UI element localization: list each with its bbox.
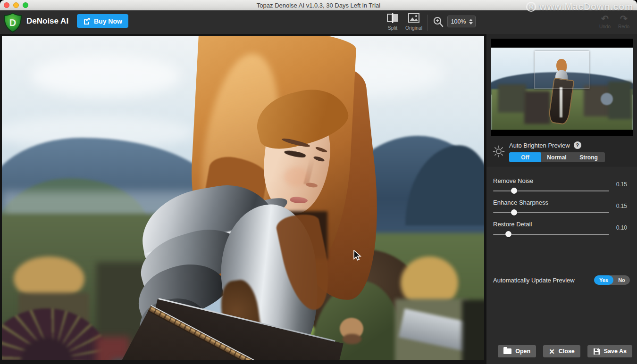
- restore-detail-slider: Restore Detail 0.10: [493, 220, 631, 239]
- restore-detail-label: Restore Detail: [493, 221, 532, 228]
- folder-icon: [503, 348, 511, 354]
- restore-detail-thumb[interactable]: [505, 231, 511, 237]
- restore-detail-value: 0.10: [616, 224, 627, 231]
- enhance-sharpness-label: Enhance Sharpness: [493, 199, 548, 206]
- navigation-thumbnail[interactable]: [491, 39, 633, 136]
- external-link-icon: [83, 17, 90, 25]
- undo-button[interactable]: ↶ Undo: [595, 14, 615, 29]
- thumbnail-image: [491, 48, 633, 130]
- toggle-yes[interactable]: Yes: [594, 275, 613, 285]
- segment-normal[interactable]: Normal: [541, 152, 572, 162]
- enhance-sharpness-track[interactable]: [493, 209, 609, 216]
- auto-update-label: Automatically Update Preview: [493, 277, 575, 284]
- auto-update-row: Automatically Update Preview Yes No: [493, 275, 631, 286]
- enhance-sharpness-slider: Enhance Sharpness 0.15: [493, 198, 631, 217]
- original-label: Original: [405, 25, 422, 31]
- zoom-step-up-icon[interactable]: [469, 19, 473, 21]
- auto-brighten-label: Auto Brighten Preview: [509, 142, 570, 149]
- segment-off[interactable]: Off: [509, 152, 541, 162]
- toolbar: D DeNoise AI Buy Now Split: [0, 10, 637, 34]
- sun-icon: [493, 145, 505, 159]
- save-as-label: Save As: [604, 348, 627, 355]
- redo-button[interactable]: ↷ Redo: [613, 14, 634, 29]
- original-view-button[interactable]: Original: [401, 12, 427, 31]
- undo-label: Undo: [599, 24, 611, 29]
- zoom-level-field[interactable]: 100%: [447, 16, 476, 27]
- open-label: Open: [515, 348, 530, 355]
- zoom-stepper[interactable]: [469, 19, 475, 25]
- photo-preview[interactable]: [2, 36, 484, 360]
- toolbar-separator: [427, 15, 428, 31]
- help-icon[interactable]: ?: [574, 141, 581, 149]
- undo-icon: ↶: [601, 14, 609, 23]
- buy-now-button[interactable]: Buy Now: [77, 14, 128, 28]
- titlebar: Topaz Denoise AI v1.0.3, 30 Days Left in…: [0, 0, 637, 10]
- redo-label: Redo: [618, 24, 629, 29]
- toggle-no[interactable]: No: [613, 275, 630, 285]
- redo-icon: ↷: [620, 14, 628, 23]
- image-canvas[interactable]: [0, 34, 486, 364]
- close-x-icon: ✕: [549, 348, 555, 355]
- remove-noise-slider: Remove Noise 0.15: [493, 176, 631, 195]
- window-title: Topaz Denoise AI v1.0.3, 30 Days Left in…: [0, 2, 637, 9]
- original-image-icon: [407, 12, 420, 24]
- segment-strong[interactable]: Strong: [572, 152, 605, 162]
- action-buttons: Open ✕ Close Save As: [498, 345, 632, 357]
- split-label: Split: [388, 25, 397, 31]
- remove-noise-value: 0.15: [616, 181, 627, 188]
- remove-noise-label: Remove Noise: [493, 177, 533, 184]
- app-window: Topaz Denoise AI v1.0.3, 30 Days Left in…: [0, 0, 637, 364]
- save-as-button[interactable]: Save As: [587, 345, 632, 357]
- buy-now-label: Buy Now: [94, 17, 122, 25]
- remove-noise-track[interactable]: [493, 188, 609, 194]
- restore-detail-track[interactable]: [493, 231, 609, 238]
- open-button[interactable]: Open: [498, 345, 536, 357]
- svg-text:D: D: [9, 17, 16, 28]
- panel-top-section: Auto Brighten Preview ? Off Normal Stron…: [486, 34, 637, 166]
- panel-bottom-section: Remove Noise 0.15 Enhance Sharpness 0.15…: [486, 166, 637, 364]
- enhance-sharpness-value: 0.15: [616, 203, 627, 209]
- split-icon: [386, 12, 399, 24]
- app-name: DeNoise AI: [26, 17, 68, 26]
- zoom-level-value: 100%: [448, 18, 469, 25]
- zoom-step-down-icon[interactable]: [469, 22, 473, 25]
- settings-panel: Auto Brighten Preview ? Off Normal Stron…: [486, 34, 637, 364]
- preview-region-rectangle[interactable]: [535, 51, 589, 89]
- enhance-sharpness-thumb[interactable]: [511, 209, 517, 215]
- app-logo-icon: D: [3, 12, 23, 35]
- zoom-magnifier-icon: [432, 16, 444, 30]
- auto-brighten-segmented-control: Off Normal Strong: [509, 152, 605, 162]
- auto-update-toggle[interactable]: Yes No: [594, 275, 630, 285]
- save-icon: [593, 348, 600, 355]
- remove-noise-thumb[interactable]: [511, 188, 517, 194]
- close-button[interactable]: ✕ Close: [543, 345, 580, 357]
- mouse-cursor: [353, 250, 362, 263]
- close-label: Close: [559, 348, 575, 355]
